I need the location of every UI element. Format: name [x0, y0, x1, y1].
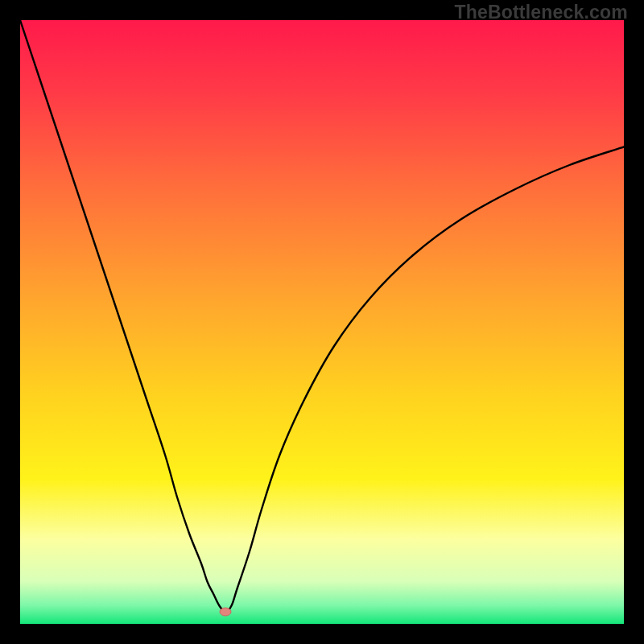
optimum-marker [220, 608, 231, 616]
watermark-text: TheBottleneck.com [454, 2, 628, 23]
chart-frame: TheBottleneck.com [0, 0, 644, 644]
gradient-background [20, 20, 624, 624]
chart-svg [20, 20, 624, 624]
plot-area [20, 20, 624, 624]
